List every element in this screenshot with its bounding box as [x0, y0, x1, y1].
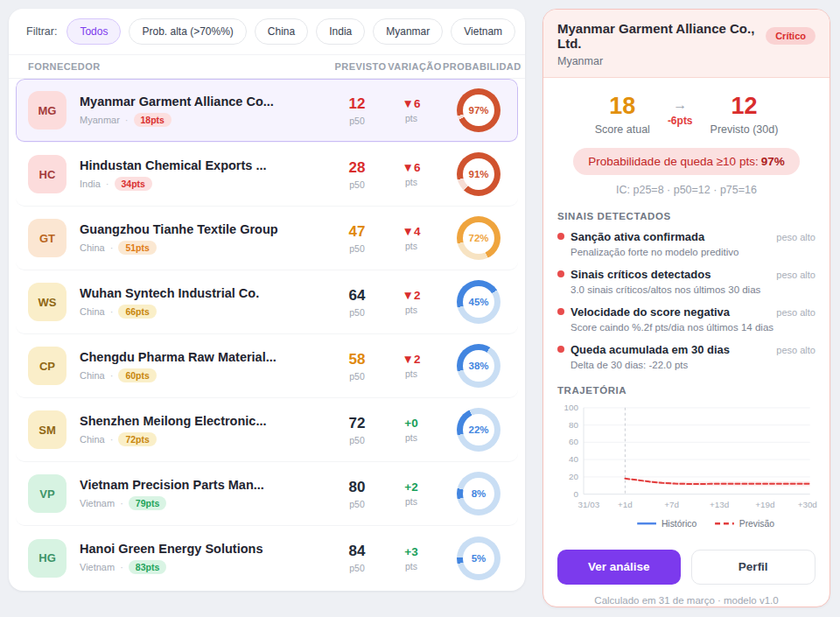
supplier-row-hindustan-chemical[interactable]: HC Hindustan Chemical Exports ... India …	[16, 143, 518, 207]
detail-header: Myanmar Garment Alliance Co., Ltd. Críti…	[543, 10, 830, 78]
variacao-value: ▼2	[383, 353, 439, 366]
detail-country: Myanmar	[557, 55, 816, 67]
perfil-button[interactable]: Perfil	[691, 550, 816, 585]
previsto-value: 12	[331, 95, 383, 113]
column-header-fornecedor: FORNECEDOR	[28, 61, 334, 72]
meta-separator: ·	[110, 306, 114, 317]
signals-header: SINAIS DETECTADOS	[557, 211, 816, 221]
signal-title: Sinais críticos detectados	[570, 268, 776, 281]
signal-weight: peso alto	[776, 345, 816, 355]
supplier-row-guangzhou-tianhe[interactable]: GT Guangzhou Tianhe Textile Group China …	[16, 207, 518, 270]
meta-separator: ·	[106, 179, 109, 189]
p50-label: p50	[331, 499, 383, 509]
supplier-name: Hanoi Green Energy Solutions	[80, 542, 331, 556]
variacao-value: +3	[383, 545, 439, 558]
trajectory-chart: 0 20 40 60 80 100 31/03 +1d +7d +13d +19…	[557, 399, 816, 541]
signals-list: Sanção ativa confirmada peso alto Penali…	[557, 230, 816, 370]
avatar: HC	[28, 155, 66, 193]
supplier-row-myanmar-garment[interactable]: MG Myanmar Garment Alliance Co... Myanma…	[16, 79, 518, 143]
meta-separator: ·	[120, 498, 123, 508]
y-tick: 60	[569, 437, 578, 446]
avatar: HG	[28, 539, 66, 578]
previsto-value: 47	[331, 223, 383, 241]
signal-description: Penalização forte no modelo preditivo	[570, 247, 816, 257]
ver-analise-button[interactable]: Ver análise	[557, 550, 681, 585]
y-tick: 20	[569, 472, 578, 481]
supplier-name: Guangzhou Tianhe Textile Group	[80, 222, 331, 236]
signal-description: Delta de 30 dias: -22.0 pts	[570, 360, 816, 370]
filter-chip-china[interactable]: China	[255, 18, 308, 45]
y-tick: 80	[569, 419, 578, 429]
signal-dot-icon	[557, 270, 564, 277]
pts-label: pts	[383, 113, 439, 123]
x-tick: 31/03	[578, 500, 600, 509]
score-atual-label: Score atual	[595, 123, 650, 136]
filter-chip-vietnam[interactable]: Vietnam	[451, 18, 515, 45]
supplier-name: Hindustan Chemical Exports ...	[80, 158, 331, 172]
detail-footer: Calculado em 31 de março · modelo v1.0	[557, 595, 816, 606]
meta-separator: ·	[110, 242, 114, 253]
avatar: MG	[28, 91, 66, 130]
probability-value: 91%	[468, 169, 488, 179]
filter-chip-todos[interactable]: Todos	[66, 18, 121, 45]
avatar: VP	[28, 474, 66, 513]
supplier-row-vietnam-precision[interactable]: VP Vietnam Precision Parts Man... Vietna…	[16, 462, 518, 526]
probability-donut: 97%	[457, 88, 500, 132]
probability-value: 22%	[468, 424, 488, 435]
column-header-previsto: PREVISTO	[334, 61, 387, 72]
legend-historico-label: Histórico	[662, 519, 697, 529]
supplier-row-chengdu-pharma[interactable]: CP Chengdu Pharma Raw Material... China …	[16, 334, 518, 398]
p50-label: p50	[331, 243, 383, 254]
confidence-interval: IC: p25=8 · p50=12 · p75=16	[557, 184, 816, 196]
avatar: GT	[28, 219, 66, 257]
probability-value: 38%	[468, 361, 488, 371]
filter-chip-prob-alta[interactable]: Prob. alta (>70%%)	[129, 18, 246, 45]
filter-chip-myanmar[interactable]: Myanmar	[373, 18, 443, 45]
variacao-value: ▼6	[383, 161, 439, 174]
score-pts-badge: 18pts	[134, 113, 172, 127]
supplier-country: Myanmar	[80, 115, 120, 125]
probability-pill-text: Probabilidade de queda ≥10 pts:	[588, 155, 758, 168]
supplier-name: Shenzhen Meilong Electronic...	[80, 414, 331, 428]
score-pts-badge: 72pts	[118, 432, 156, 446]
pts-label: pts	[383, 561, 439, 571]
supplier-detail-panel: Myanmar Garment Alliance Co., Ltd. Críti…	[542, 9, 830, 607]
signal-title: Velocidade do score negativa	[570, 305, 776, 319]
supplier-row-wuhan-syntech[interactable]: WS Wuhan Syntech Industrial Co. China · …	[16, 270, 518, 334]
supplier-country: India	[80, 179, 101, 189]
pts-label: pts	[383, 177, 439, 187]
supplier-row-hanoi-green[interactable]: HG Hanoi Green Energy Solutions Vietnam …	[16, 526, 518, 590]
trajectory-header: TRAJETÓRIA	[557, 385, 816, 396]
avatar: CP	[28, 347, 66, 385]
x-tick: +19d	[755, 500, 774, 509]
score-pts-badge: 83pts	[129, 560, 166, 574]
supplier-list-panel: Filtrar: Todos Prob. alta (>70%%) China …	[9, 9, 525, 591]
signal-title: Sanção ativa confirmada	[570, 230, 776, 243]
filter-chip-india[interactable]: India	[316, 18, 365, 45]
score-pts-badge: 79pts	[129, 496, 166, 510]
probability-pill-value: 97%	[761, 155, 785, 168]
status-badge: Crítico	[766, 27, 816, 45]
probability-donut: 45%	[457, 280, 500, 324]
score-delta: -6pts	[668, 115, 693, 127]
meta-separator: ·	[125, 115, 129, 125]
column-header-variacao: VARIAÇÃO	[387, 61, 443, 72]
variacao-value: ▼6	[383, 97, 439, 110]
supplier-row-shenzhen-meilong[interactable]: SM Shenzhen Meilong Electronic... China …	[16, 398, 518, 462]
supplier-country: Vietnam	[80, 498, 115, 508]
probability-donut: 72%	[457, 216, 500, 260]
y-tick: 100	[564, 403, 579, 412]
probability-value: 5%	[472, 553, 486, 564]
variacao-value: ▼2	[383, 289, 439, 302]
x-tick: +1d	[618, 500, 633, 509]
previsto-value: 64	[331, 287, 383, 305]
probability-donut: 22%	[457, 408, 500, 452]
supplier-country: China	[80, 306, 105, 317]
signal-weight: peso alto	[776, 270, 816, 280]
supplier-country: China	[80, 434, 105, 445]
supplier-name: Chengdu Pharma Raw Material...	[80, 350, 331, 364]
score-previsto-value: 12	[710, 94, 779, 120]
previsto-value: 80	[331, 479, 383, 496]
x-tick: +30d	[798, 500, 817, 509]
legend-previsao-label: Previsão	[739, 519, 775, 529]
